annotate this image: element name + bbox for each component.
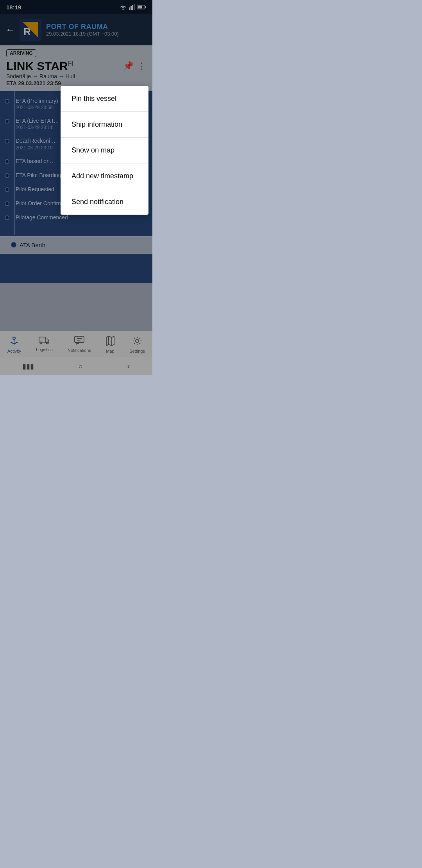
- context-menu-item-add-timestamp[interactable]: Add new timestamp: [61, 163, 148, 189]
- context-menu-item-ship-info[interactable]: Ship information: [61, 112, 148, 138]
- context-menu-item-show-map[interactable]: Show on map: [61, 138, 148, 163]
- context-menu-item-send-notification[interactable]: Send notification: [61, 189, 148, 215]
- context-menu-items: Pin this vesselShip informationShow on m…: [61, 86, 148, 215]
- context-menu: Pin this vesselShip informationShow on m…: [61, 86, 148, 215]
- context-menu-item-pin-vessel[interactable]: Pin this vessel: [61, 86, 148, 112]
